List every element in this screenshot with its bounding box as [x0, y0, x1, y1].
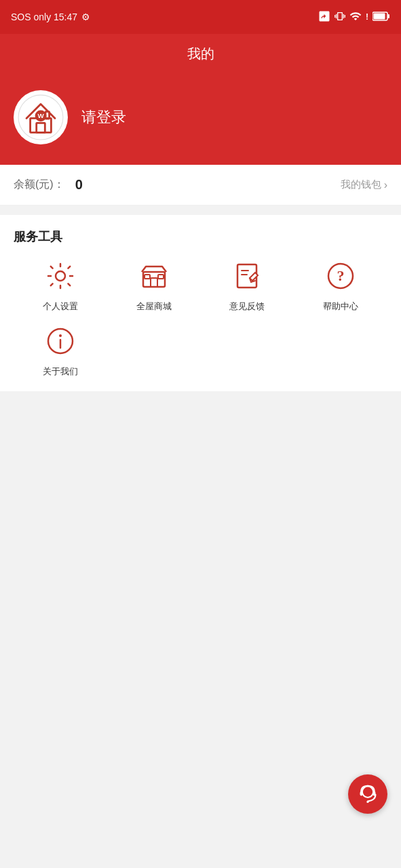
status-text: SOS only 15:47 — [11, 12, 77, 22]
header: 我的 — [0, 34, 401, 83]
help-icon: ? — [326, 261, 356, 291]
settings-icon — [45, 261, 75, 291]
profile-section[interactable]: W 请登录 — [0, 83, 401, 165]
svg-text:W: W — [37, 112, 44, 119]
nfc-icon — [318, 10, 330, 24]
settings-label: 个人设置 — [43, 300, 78, 313]
status-bar: SOS only 15:47 ⚙ ! — [0, 0, 401, 34]
balance-value: 0 — [75, 177, 83, 193]
feedback-icon-wrap — [229, 258, 265, 294]
balance-label: 余额(元)： — [14, 178, 64, 192]
about-label: 关于我们 — [43, 366, 78, 378]
shop-icon-wrap — [136, 258, 172, 294]
page-title: 我的 — [0, 45, 401, 63]
battery-icon — [373, 12, 390, 23]
svg-point-26 — [366, 801, 368, 803]
tool-feedback[interactable]: 意见反馈 — [201, 258, 294, 313]
svg-rect-14 — [158, 275, 164, 279]
svg-point-21 — [59, 334, 62, 337]
svg-rect-1 — [388, 14, 390, 18]
tool-settings[interactable]: 个人设置 — [14, 258, 107, 313]
svg-text:?: ? — [337, 267, 345, 284]
balance-section: 余额(元)： 0 我的钱包 › — [0, 165, 401, 205]
svg-point-10 — [56, 271, 65, 281]
help-label: 帮助中心 — [323, 300, 358, 313]
about-icon-wrap — [43, 323, 78, 359]
wifi-icon — [349, 10, 362, 24]
service-tools-section: 服务工具 个人设置 — [0, 215, 401, 391]
avatar[interactable]: W — [14, 90, 68, 144]
chevron-right-icon: › — [384, 179, 387, 191]
feedback-label: 意见反馈 — [229, 300, 265, 313]
svg-rect-24 — [360, 791, 363, 796]
tools-grid-row1: 个人设置 全屋商城 — [14, 258, 387, 313]
about-icon — [45, 326, 75, 356]
login-prompt[interactable]: 请登录 — [81, 107, 126, 127]
help-icon-wrap: ? — [323, 258, 358, 294]
feedback-icon — [232, 261, 262, 291]
svg-rect-2 — [374, 13, 385, 19]
wallet-link[interactable]: 我的钱包 › — [341, 178, 387, 191]
shop-label: 全屋商城 — [136, 300, 172, 313]
shop-icon — [139, 261, 169, 291]
wallet-link-text: 我的钱包 — [341, 178, 381, 191]
support-icon — [356, 782, 380, 806]
tool-shop[interactable]: 全屋商城 — [107, 258, 201, 313]
svg-rect-13 — [145, 275, 150, 279]
section-title: 服务工具 — [14, 229, 387, 245]
tool-help[interactable]: ? 帮助中心 — [294, 258, 387, 313]
balance-left: 余额(元)： 0 — [14, 177, 83, 193]
settings-status-icon: ⚙ — [81, 12, 90, 22]
avatar-image: W — [17, 94, 64, 141]
svg-rect-12 — [151, 278, 157, 287]
tools-grid-row2: 关于我们 — [14, 323, 387, 378]
vibrate-icon — [335, 11, 345, 24]
status-right: ! — [318, 10, 390, 24]
status-left: SOS only 15:47 ⚙ — [11, 12, 90, 22]
support-button[interactable] — [348, 774, 387, 814]
signal-icon: ! — [366, 12, 368, 22]
svg-point-23 — [362, 787, 373, 797]
tool-about[interactable]: 关于我们 — [14, 323, 107, 378]
settings-icon-wrap — [43, 258, 78, 294]
